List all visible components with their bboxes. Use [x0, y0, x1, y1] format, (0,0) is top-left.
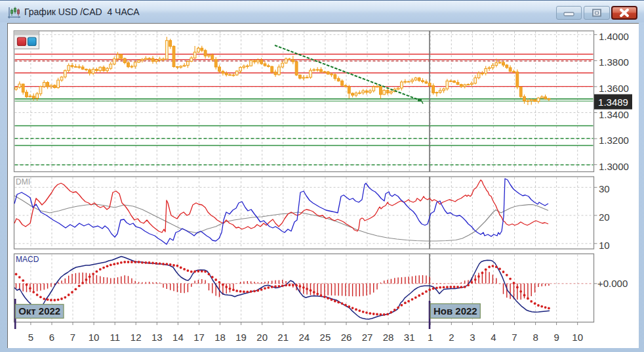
svg-text:1.3600: 1.3600: [599, 83, 629, 94]
svg-text:28: 28: [383, 332, 394, 343]
svg-text:+0.000: +0.000: [597, 278, 628, 289]
svg-text:Нов 2022: Нов 2022: [433, 305, 477, 317]
svg-text:11: 11: [110, 332, 120, 343]
svg-text:6: 6: [49, 332, 54, 343]
svg-text:31: 31: [404, 332, 415, 343]
svg-text:1.4000: 1.4000: [599, 31, 629, 42]
svg-text:10: 10: [599, 240, 610, 251]
svg-text:DMI: DMI: [16, 177, 30, 187]
svg-text:7: 7: [512, 332, 517, 343]
svg-text:7: 7: [70, 332, 75, 343]
svg-text:20: 20: [256, 332, 268, 343]
svg-text:10: 10: [89, 332, 100, 343]
svg-text:8: 8: [533, 332, 538, 343]
svg-text:25: 25: [320, 332, 331, 343]
svg-text:20: 20: [599, 211, 610, 223]
svg-text:1.3489: 1.3489: [598, 97, 628, 108]
svg-text:9: 9: [553, 332, 559, 343]
svg-text:30: 30: [599, 183, 610, 194]
svg-text:2: 2: [449, 332, 454, 343]
svg-text:5: 5: [28, 332, 33, 343]
svg-text:1.3800: 1.3800: [599, 56, 629, 68]
svg-text:1.3200: 1.3200: [599, 135, 629, 146]
svg-text:1: 1: [428, 332, 433, 343]
svg-text:MACD: MACD: [16, 255, 39, 264]
svg-text:14: 14: [172, 332, 184, 343]
svg-text:1.3400: 1.3400: [599, 109, 629, 120]
svg-text:10: 10: [572, 332, 583, 343]
svg-text:1.3000: 1.3000: [599, 161, 629, 172]
svg-text:Окт 2022: Окт 2022: [18, 305, 60, 317]
svg-text:18: 18: [214, 332, 226, 343]
svg-text:21: 21: [277, 332, 289, 343]
svg-text:12: 12: [131, 332, 142, 343]
svg-text:19: 19: [235, 332, 247, 343]
svg-text:4: 4: [491, 332, 496, 343]
svg-text:24: 24: [298, 332, 310, 343]
svg-text:26: 26: [341, 332, 352, 343]
svg-text:3: 3: [470, 332, 475, 343]
svg-text:17: 17: [193, 332, 205, 343]
svg-text:27: 27: [362, 332, 373, 343]
svg-text:13: 13: [151, 332, 163, 343]
